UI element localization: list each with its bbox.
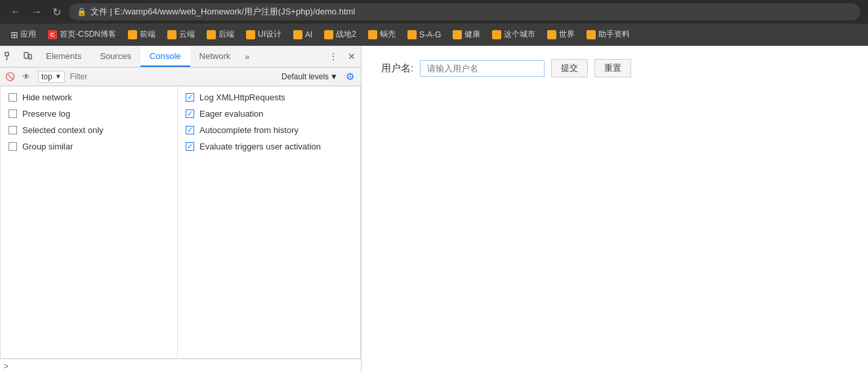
submit-button[interactable]: 提交: [551, 59, 588, 77]
bookmarks-bar: ⊞ 应用 C 首页-CSDN博客 前端 云端 后端 UI设计 AI: [0, 24, 868, 46]
bookmark-favicon-1: [128, 30, 137, 39]
bookmark-favicon-4: [246, 30, 255, 39]
bookmark-label: 后端: [218, 29, 234, 40]
bookmark-label: 健康: [465, 29, 480, 40]
bookmark-favicon-11: [547, 30, 556, 39]
log-xhr-label: Log XMLHttpRequests: [199, 92, 285, 102]
bookmark-favicon-7: [368, 30, 377, 39]
checkbox-group-similar[interactable]: [9, 142, 17, 151]
top-selector-chevron: ▼: [55, 73, 62, 80]
apps-label: 应用: [20, 29, 36, 40]
selected-context-label: Selected context only: [22, 125, 104, 135]
evaluate-triggers-label: Evaluate triggers user activation: [199, 142, 321, 151]
devtools-toolbar-actions: ⋮ ✕: [324, 46, 361, 68]
bookmark-item-city[interactable]: 这个城市: [487, 27, 541, 42]
bookmark-label: 云端: [179, 29, 195, 40]
bookmark-item-backend[interactable]: 后端: [201, 27, 239, 42]
lock-icon: 🔒: [77, 7, 87, 16]
console-dropdown: Hide network Preserve log Selected conte…: [0, 86, 361, 359]
back-button[interactable]: ←: [8, 5, 24, 19]
bookmark-favicon-8: [407, 30, 417, 39]
bookmark-item-woke[interactable]: 蜗壳: [363, 27, 401, 42]
bookmark-item-csdn[interactable]: C 首页-CSDN博客: [43, 27, 121, 42]
bookmark-label: 蜗壳: [380, 29, 396, 40]
dropdown-item-autocomplete[interactable]: ✓ Autocomplete from history: [178, 122, 360, 138]
bookmark-label: 这个城市: [504, 29, 535, 40]
bookmark-item-world[interactable]: 世界: [542, 27, 580, 42]
top-selector-label: top: [41, 72, 52, 81]
bookmark-label: S-A-G: [419, 30, 441, 39]
console-clear-button[interactable]: 🚫: [3, 66, 17, 87]
tab-network[interactable]: Network: [190, 46, 240, 67]
dropdown-item-selected-context[interactable]: Selected context only: [1, 122, 177, 138]
group-similar-label: Group similar: [22, 142, 73, 151]
bookmark-favicon-6: [324, 30, 333, 39]
preserve-log-label: Preserve log: [22, 109, 70, 119]
bookmark-item-cloud[interactable]: 云端: [162, 27, 200, 42]
refresh-button[interactable]: ↻: [50, 5, 64, 20]
checkbox-eager-eval[interactable]: ✓: [186, 109, 194, 118]
bookmark-label: AI: [305, 30, 312, 39]
dropdown-item-group-similar[interactable]: Group similar: [1, 138, 177, 155]
dropdown-item-evaluate-triggers[interactable]: ✓ Evaluate triggers user activation: [178, 138, 360, 155]
dropdown-item-preserve-log[interactable]: Preserve log: [1, 106, 177, 122]
username-form-row: 用户名: 提交 重置: [381, 59, 848, 77]
address-bar[interactable]: 🔒 文件 | E:/wamp64/www/web_Homework/用户注册(J…: [69, 3, 860, 20]
checkbox-selected-context[interactable]: [9, 126, 17, 134]
bookmark-label: UI设计: [258, 29, 281, 40]
bookmark-item-sag[interactable]: S-A-G: [402, 28, 446, 41]
bookmark-item-ai[interactable]: AI: [288, 28, 318, 41]
bookmark-favicon-5: [293, 30, 302, 39]
bookmark-favicon-12: [587, 30, 596, 39]
username-input[interactable]: [420, 60, 545, 77]
checkbox-log-xhr[interactable]: ✓: [186, 93, 194, 102]
tab-sources[interactable]: Sources: [91, 46, 140, 67]
forward-button[interactable]: →: [29, 5, 45, 19]
console-input-area: >: [0, 359, 361, 373]
bookmark-favicon-10: [492, 30, 501, 39]
checkbox-evaluate-triggers[interactable]: ✓: [186, 142, 194, 151]
devtools-inspect-button[interactable]: [0, 46, 18, 68]
apps-grid-icon: ⊞: [10, 29, 18, 40]
devtools-panel: Elements Sources Console Network »: [0, 46, 362, 373]
bookmark-label: 前端: [140, 29, 155, 40]
reset-button[interactable]: 重置: [594, 59, 631, 77]
checkbox-hide-network[interactable]: [9, 93, 17, 102]
dropdown-right-column: ✓ Log XMLHttpRequests ✓ Eager evaluation…: [178, 87, 360, 358]
bookmark-favicon-9: [453, 30, 462, 39]
autocomplete-label: Autocomplete from history: [199, 125, 299, 135]
tab-console[interactable]: Console: [140, 46, 190, 67]
bookmark-item-health[interactable]: 健康: [447, 27, 486, 42]
console-filter-icon[interactable]: 👁: [17, 66, 35, 87]
username-label: 用户名:: [381, 62, 413, 75]
checkbox-preserve-log[interactable]: [9, 109, 17, 118]
bookmark-item-bf2[interactable]: 战地2: [319, 27, 362, 42]
bookmark-item-assistant[interactable]: 助手资料: [581, 27, 635, 42]
eager-eval-label: Eager evaluation: [199, 109, 264, 119]
dropdown-item-log-xhr[interactable]: ✓ Log XMLHttpRequests: [178, 89, 360, 106]
bookmark-favicon-3: [207, 30, 216, 39]
settings-gear-icon[interactable]: ⚙: [342, 71, 358, 83]
bookmark-item-frontend[interactable]: 前端: [123, 27, 161, 42]
dropdown-item-hide-network[interactable]: Hide network: [1, 89, 177, 106]
dropdown-item-eager-eval[interactable]: ✓ Eager evaluation: [178, 106, 360, 122]
bookmark-item-ui[interactable]: UI设计: [241, 27, 287, 42]
main-area: Elements Sources Console Network »: [0, 46, 868, 373]
tab-more[interactable]: »: [239, 46, 255, 67]
address-text: 文件 | E:/wamp64/www/web_Homework/用户注册(JS+…: [91, 6, 355, 18]
default-levels-button[interactable]: Default levels ▼: [278, 72, 342, 81]
devtools-device-button[interactable]: [18, 46, 37, 68]
bookmark-label: 首页-CSDN博客: [60, 29, 116, 40]
checkbox-autocomplete[interactable]: ✓: [186, 126, 194, 134]
page-content: 用户名: 提交 重置: [362, 46, 868, 373]
apps-button[interactable]: ⊞ 应用: [5, 27, 41, 42]
tab-elements[interactable]: Elements: [37, 46, 91, 67]
csdn-favicon: C: [48, 30, 57, 39]
bookmark-label: 世界: [559, 29, 575, 40]
bookmark-label: 助手资料: [598, 29, 630, 40]
devtools-close-button[interactable]: ✕: [342, 46, 361, 68]
console-filter-input[interactable]: [68, 72, 278, 81]
title-bar: ← → ↻ 🔒 文件 | E:/wamp64/www/web_Homework/…: [0, 0, 868, 24]
top-selector-container[interactable]: top ▼: [38, 71, 65, 83]
devtools-menu-button[interactable]: ⋮: [324, 46, 342, 68]
